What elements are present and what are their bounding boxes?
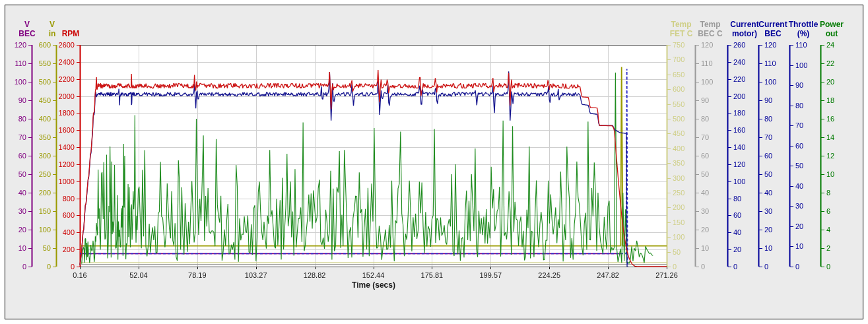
y-axis-tick-label-v_in: 100 — [39, 226, 51, 234]
y-axis-tick-label-v_in: 500 — [39, 79, 51, 86]
y-axis-tick-label-current_bec: 30 — [764, 208, 772, 215]
y-axis-tick-label-temp_fet: 150 — [673, 219, 684, 226]
y-axis-tick-label-current_motor: 60 — [733, 212, 741, 219]
y-axis-tick-label-temp_bec: 40 — [701, 189, 709, 197]
y-axis-tick-label-rpm: 400 — [63, 229, 75, 236]
y-axis-tick-label-current_motor: 0 — [733, 263, 737, 271]
x-axis-tick-label: 103.27 — [245, 271, 267, 279]
y-axis-tick-label-power_out: 2 — [826, 245, 830, 252]
y-axis-tick-label-temp_bec: 100 — [701, 79, 713, 86]
axis-title-rpm: RPM — [44, 29, 97, 38]
y-axis-tick-label-temp_fet: 100 — [673, 234, 684, 241]
y-axis-tick-label-throttle: 20 — [795, 223, 803, 230]
y-axis-tick-label-throttle: 110 — [795, 42, 807, 49]
y-axis-tick-label-current_motor: 200 — [733, 93, 745, 100]
y-axis-tick-label-temp_fet: 200 — [673, 204, 684, 211]
y-axis-tick-label-power_out: 4 — [826, 226, 830, 234]
y-axis-tick-label-temp_bec: 50 — [701, 171, 709, 178]
y-axis-tick-label-temp_fet: 250 — [673, 189, 684, 197]
x-axis-tick-label: 52.04 — [129, 271, 148, 279]
y-axis-tick-label-power_out: 14 — [826, 134, 834, 141]
y-axis-tick-label-v_in: 550 — [39, 60, 51, 67]
y-axis-tick-label-v_bec: 60 — [18, 152, 26, 160]
y-axis-tick-label-temp_fet: 450 — [673, 130, 684, 137]
y-axis-tick-label-rpm: 0 — [71, 263, 75, 271]
x-axis-tick-label: 224.25 — [538, 271, 560, 279]
y-axis-tick-label-current_bec: 110 — [764, 60, 776, 67]
y-axis-tick-label-throttle: 90 — [795, 82, 803, 89]
x-axis-title: Time (secs) — [352, 280, 395, 290]
y-axis-tick-label-current_bec: 20 — [764, 226, 772, 234]
y-axis-tick-label-temp_fet: 600 — [673, 86, 684, 93]
y-axis-tick-label-rpm: 2200 — [59, 76, 75, 83]
y-axis-tick-label-current_bec: 0 — [764, 263, 768, 271]
y-axis-tick-label-power_out: 16 — [826, 115, 834, 123]
y-axis-tick-label-v_in: 600 — [39, 42, 51, 49]
y-axis-tick-label-temp_fet: 550 — [673, 101, 684, 108]
y-axis-tick-label-current_motor: 180 — [733, 110, 745, 117]
y-axis-tick-label-rpm: 2400 — [59, 59, 75, 66]
y-axis-tick-label-temp_bec: 110 — [701, 60, 713, 67]
y-axis-tick-label-v_in: 450 — [39, 97, 51, 104]
x-axis-tick-label: 199.57 — [479, 271, 502, 279]
y-axis-tick-label-current_bec: 60 — [764, 152, 772, 160]
y-axis-tick-label-current_bec: 90 — [764, 97, 772, 104]
y-axis-tick-label-v_in: 200 — [39, 189, 51, 197]
x-axis-tick-label: 78.19 — [188, 271, 207, 279]
y-axis-tick-label-current_bec: 10 — [764, 245, 772, 252]
y-axis-tick-label-power_out: 24 — [826, 42, 834, 49]
x-axis-tick-label: 175.81 — [421, 271, 444, 279]
y-axis-tick-label-current_bec: 70 — [764, 134, 772, 141]
y-axis-tick-label-current_motor: 140 — [733, 144, 745, 151]
y-axis-tick-label-throttle: 40 — [795, 183, 803, 190]
y-axis-tick-label-v_bec: 100 — [15, 79, 26, 86]
axis-title-line: RPM — [44, 29, 97, 38]
y-axis-tick-label-v_bec: 90 — [18, 97, 26, 104]
y-axis-tick-label-v_bec: 30 — [18, 208, 26, 215]
y-axis-tick-label-power_out: 6 — [826, 208, 830, 215]
y-axis-tick-label-throttle: 80 — [795, 102, 803, 110]
y-axis-tick-label-rpm: 1400 — [59, 144, 75, 151]
y-axis-tick-label-temp_bec: 120 — [701, 42, 713, 49]
y-axis-tick-label-current_motor: 80 — [733, 195, 741, 203]
y-axis-tick-label-current_motor: 260 — [733, 42, 745, 49]
y-axis-tick-label-rpm: 200 — [63, 246, 75, 253]
y-axis-tick-label-temp_fet: 400 — [673, 145, 684, 152]
y-axis-tick-label-temp_bec: 80 — [701, 115, 709, 123]
y-axis-tick-label-current_motor: 40 — [733, 229, 741, 236]
y-axis-tick-label-v_bec: 10 — [18, 245, 26, 252]
y-axis-tick-label-rpm: 2000 — [59, 93, 75, 100]
axis-title-line: Power — [805, 20, 858, 29]
y-axis-tick-label-rpm: 1200 — [59, 161, 75, 168]
y-axis-tick-label-temp_bec: 20 — [701, 226, 709, 234]
y-axis-tick-label-temp_fet: 750 — [673, 42, 684, 49]
y-axis-tick-label-throttle: 30 — [795, 203, 803, 210]
y-axis-tick-label-v_bec: 110 — [15, 60, 26, 67]
chart-window: 0102030405060708090100110120VBEC05010015… — [5, 5, 863, 319]
y-axis-tick-label-rpm: 1800 — [59, 110, 75, 117]
y-axis-tick-label-temp_fet: 350 — [673, 160, 684, 167]
y-axis-tick-label-current_motor: 120 — [733, 161, 745, 168]
y-axis-tick-label-rpm: 800 — [63, 195, 75, 203]
y-axis-tick-label-power_out: 8 — [826, 189, 830, 197]
y-axis-tick-label-temp_fet: 650 — [673, 71, 684, 79]
y-axis-tick-label-temp_fet: 500 — [673, 115, 684, 123]
x-axis-tick-label: 0.16 — [73, 271, 86, 279]
y-axis-tick-label-power_out: 22 — [826, 60, 834, 67]
y-axis-tick-label-power_out: 10 — [826, 171, 834, 178]
y-axis-tick-label-v_bec: 20 — [18, 226, 26, 234]
y-axis-tick-label-v_in: 350 — [39, 134, 51, 141]
y-axis-tick-label-rpm: 1600 — [59, 127, 75, 134]
y-axis-tick-label-v_bec: 0 — [22, 263, 26, 271]
x-axis-tick-label: 271.26 — [655, 271, 678, 279]
y-axis-tick-label-current_motor: 160 — [733, 127, 745, 134]
axis-title-line: out — [805, 29, 858, 38]
y-axis-tick-label-v_bec: 50 — [18, 171, 26, 178]
y-axis-tick-label-throttle: 50 — [795, 162, 803, 170]
y-axis-tick-label-current_bec: 100 — [764, 79, 776, 86]
y-axis-tick-label-v_in: 250 — [39, 171, 51, 178]
y-axis-tick-label-current_bec: 120 — [764, 42, 776, 49]
y-axis-tick-label-throttle: 0 — [795, 263, 799, 271]
y-axis-tick-label-v_in: 150 — [39, 208, 51, 215]
axis-title-line: V — [26, 20, 79, 29]
